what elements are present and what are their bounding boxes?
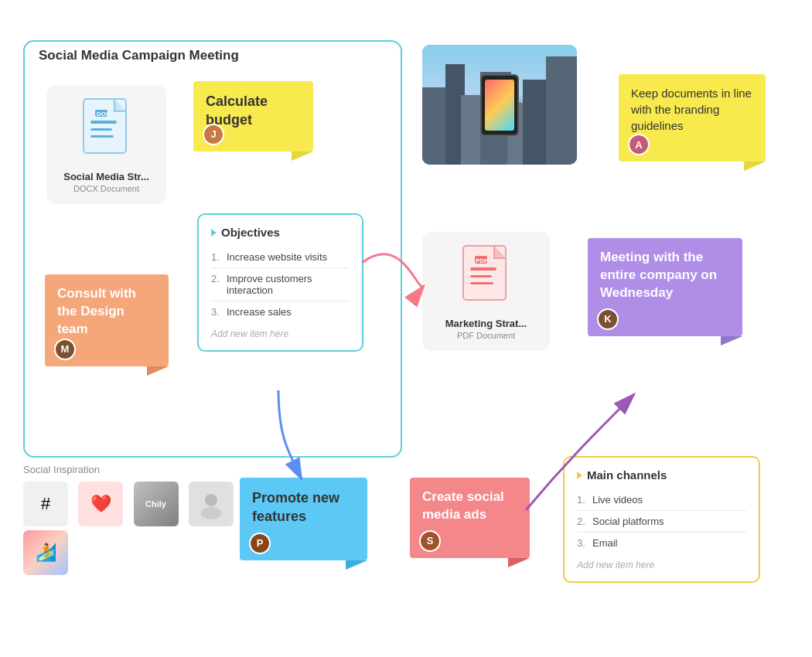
social-grid: # ❤️ Chily	[23, 482, 240, 526]
list-item: 1. Increase website visits	[211, 247, 350, 268]
sticky-consult[interactable]: Consult with the Design team M	[45, 274, 169, 366]
svg-point-13	[201, 507, 221, 519]
channels-list: 1. Live videos 2. Social platforms 3. Em…	[577, 489, 746, 553]
list-item: 2. Social platforms	[577, 511, 746, 533]
list-item: 3. Increase sales	[211, 301, 350, 322]
list-item: 1. Live videos	[577, 489, 746, 511]
avatar-promote: P	[249, 533, 271, 554]
social-thumb-5[interactable]: 🏄	[23, 530, 68, 575]
list-num: 3.	[211, 306, 222, 318]
list-text: Live videos	[592, 494, 643, 506]
list-num: 2.	[577, 516, 588, 527]
social-inspiration: Social Inspiration # ❤️ Chily 🏄	[23, 464, 240, 575]
add-item-objectives[interactable]: Add new item here	[211, 328, 350, 339]
avatar-consult: M	[54, 339, 76, 360]
photo-city	[422, 45, 577, 165]
doc-title: Social Media Str...	[63, 171, 149, 182]
objectives-list: 1. Increase website visits 2. Improve cu…	[211, 247, 350, 322]
doc-icon: DOC	[80, 97, 134, 163]
list-text: Increase sales	[227, 306, 292, 318]
pdf-icon: PDF	[459, 244, 513, 310]
svg-rect-9	[470, 282, 493, 284]
canvas: Social Media Campaign Meeting DOC Social…	[0, 0, 812, 657]
list-item: 2. Improve customers interaction	[211, 268, 350, 301]
objectives-title: Objectives	[211, 226, 350, 239]
list-text: Social platforms	[592, 516, 664, 527]
sticky-create[interactable]: Create social media ads S	[410, 478, 530, 558]
list-num: 2.	[211, 273, 222, 296]
svg-rect-7	[470, 267, 496, 271]
pdf-card[interactable]: PDF Marketing Strat... PDF Document	[422, 232, 550, 351]
channels-card: Main channels 1. Live videos 2. Social p…	[563, 456, 760, 583]
list-text: Email	[592, 537, 618, 549]
avatar-keep: A	[628, 134, 650, 155]
channels-title: Main channels	[577, 468, 746, 482]
objectives-card: Objectives 1. Increase website visits 2.…	[197, 213, 363, 352]
svg-text:PDF: PDF	[476, 257, 488, 264]
pdf-subtitle: PDF Document	[457, 331, 515, 340]
svg-rect-8	[470, 275, 492, 277]
sticky-keep[interactable]: Keep documents in line with the branding…	[619, 74, 766, 162]
phone-in-photo	[480, 74, 519, 136]
sticky-consult-text: Consult with the Design team	[57, 285, 156, 339]
sticky-meeting[interactable]: Meeting with the entire company on Wedne…	[588, 238, 742, 336]
sticky-create-text: Create social media ads	[422, 488, 517, 524]
list-num: 1.	[211, 251, 222, 263]
social-thumb-2[interactable]: ❤️	[78, 482, 123, 526]
list-num: 3.	[577, 537, 588, 549]
sticky-promote-text: Promote new features	[252, 488, 355, 526]
social-thumb-4[interactable]	[189, 482, 234, 526]
sticky-keep-text: Keep documents in line with the branding…	[631, 85, 753, 134]
photo-card	[422, 45, 577, 165]
svg-rect-1	[90, 121, 117, 124]
svg-point-12	[205, 494, 217, 506]
triangle-yellow-icon	[577, 471, 582, 479]
doc-card[interactable]: DOC Social Media Str... DOCX Document	[46, 85, 166, 204]
sticky-promote[interactable]: Promote new features P	[240, 478, 367, 560]
social-thumb-3[interactable]: Chily	[134, 482, 179, 526]
social-inspiration-title: Social Inspiration	[23, 464, 240, 475]
list-num: 1.	[577, 494, 588, 506]
add-item-channels[interactable]: Add new item here	[577, 560, 746, 570]
pdf-title: Marketing Strat...	[445, 318, 527, 329]
svg-text:DOC: DOC	[97, 111, 111, 117]
social-thumb-1[interactable]: #	[23, 482, 68, 526]
list-text: Improve customers interaction	[227, 273, 350, 296]
avatar-create: S	[419, 530, 441, 552]
triangle-icon	[211, 229, 217, 237]
svg-rect-2	[90, 128, 112, 131]
sticky-meeting-text: Meeting with the entire company on Wedne…	[600, 249, 730, 302]
list-text: Increase website visits	[227, 251, 327, 263]
sticky-calculate-text: Calculate budget	[206, 92, 301, 130]
meeting-frame-title: Social Media Campaign Meeting	[39, 48, 239, 63]
avatar-meeting: K	[597, 308, 619, 330]
doc-subtitle: DOCX Document	[73, 184, 139, 193]
svg-rect-3	[90, 135, 114, 138]
avatar-calculate: J	[203, 124, 224, 145]
sticky-calculate[interactable]: Calculate budget J	[193, 81, 313, 151]
list-item: 3. Email	[577, 533, 746, 553]
